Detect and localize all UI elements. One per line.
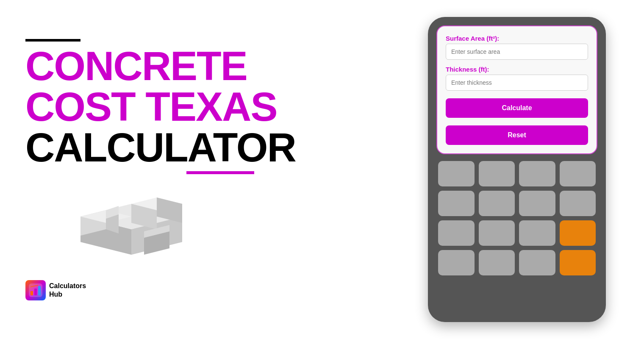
- svg-rect-15: [34, 289, 37, 295]
- title-line3: CALCULATOR: [25, 127, 322, 168]
- surface-area-field: Surface Area (ft²):: [446, 35, 588, 60]
- key-11[interactable]: [519, 220, 555, 246]
- key-2[interactable]: [479, 161, 515, 186]
- black-underline: [25, 39, 80, 42]
- key-12[interactable]: [438, 250, 475, 275]
- svg-rect-16: [38, 286, 41, 295]
- thickness-input[interactable]: [446, 75, 588, 91]
- surface-area-input[interactable]: [446, 44, 588, 60]
- reset-button[interactable]: Reset: [446, 125, 588, 145]
- key-13[interactable]: [479, 250, 515, 275]
- key-7[interactable]: [519, 191, 555, 216]
- key-equals-1[interactable]: [560, 220, 596, 246]
- key-equals-2[interactable]: [560, 250, 596, 275]
- thickness-field: Thickness (ft):: [446, 66, 588, 91]
- calculate-button[interactable]: Calculate: [446, 98, 588, 118]
- title-line1: CONCRETE: [25, 46, 322, 86]
- key-6[interactable]: [479, 191, 515, 216]
- concrete-illustration: [59, 183, 195, 276]
- calculator-keypad: [436, 161, 597, 275]
- left-section: CONCRETE COST TEXAS CALCULATOR: [25, 39, 322, 300]
- key-5[interactable]: [438, 191, 475, 216]
- svg-rect-14: [31, 291, 33, 295]
- calculator-screen: Surface Area (ft²): Thickness (ft): Calc…: [436, 25, 597, 154]
- key-1[interactable]: [438, 161, 475, 186]
- key-3[interactable]: [519, 161, 555, 186]
- logo: Calculators Hub: [25, 280, 322, 300]
- concrete-svg: [59, 183, 195, 267]
- logo-icon: [25, 280, 46, 300]
- key-14[interactable]: [519, 250, 555, 275]
- right-section: Surface Area (ft²): Thickness (ft): Calc…: [415, 17, 619, 322]
- key-8[interactable]: [560, 191, 596, 216]
- logo-text: Calculators Hub: [49, 282, 86, 298]
- key-4[interactable]: [560, 161, 596, 186]
- thickness-label: Thickness (ft):: [446, 66, 588, 73]
- key-9[interactable]: [438, 220, 475, 246]
- surface-area-label: Surface Area (ft²):: [446, 35, 588, 42]
- key-10[interactable]: [479, 220, 515, 246]
- logo-text-calculators: Calculators: [49, 282, 86, 290]
- title-line2: COST TEXAS: [25, 86, 322, 127]
- purple-underline: [186, 171, 254, 174]
- logo-text-hub: Hub: [49, 290, 86, 298]
- calculator-device: Surface Area (ft²): Thickness (ft): Calc…: [428, 17, 606, 322]
